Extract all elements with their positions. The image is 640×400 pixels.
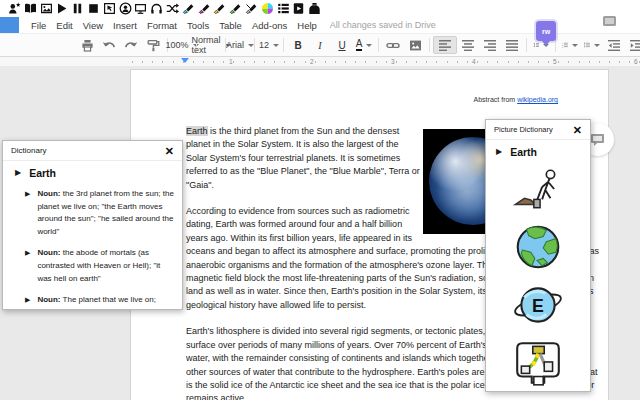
definition-pos: Noun: [37, 248, 60, 257]
align-left-button[interactable] [433, 36, 457, 54]
vocabulary-list-icon[interactable] [277, 2, 290, 15]
align-right-button[interactable] [479, 36, 501, 54]
screenshot-reader-icon[interactable] [119, 2, 132, 15]
screen-mask-icon[interactable] [134, 2, 147, 15]
decrease-indent-button[interactable] [603, 36, 625, 54]
dictionary-panel-header[interactable]: Dictionary ✕ [3, 141, 182, 161]
ruler-number: 6 [634, 58, 638, 65]
clear-highlights-icon[interactable] [245, 2, 258, 15]
pause-icon[interactable] [71, 2, 84, 15]
document-canvas: Abstract from wikipedia.org Earth is the… [0, 66, 640, 400]
comment-icon [590, 133, 605, 146]
numbered-list-button[interactable]: 123 [559, 36, 581, 54]
picture-dictionary-title: Picture Dictionary [494, 125, 553, 134]
comment-indicator-icon[interactable] [603, 16, 616, 26]
definition-pos: Noun: [37, 295, 60, 304]
definition-text: The planet that we live on; [61, 295, 156, 304]
svg-text:E: E [532, 296, 544, 316]
font-select[interactable]: Arial [229, 36, 251, 54]
collect-highlights-icon[interactable] [261, 2, 274, 15]
ruler-number: 3 [391, 58, 395, 65]
menu-file[interactable]: File [26, 20, 51, 31]
speak-word-icon[interactable]: ▶ [496, 148, 502, 156]
ruler-number: 2 [310, 58, 314, 65]
earth-photo-globe [429, 137, 492, 225]
bold-button[interactable]: B [287, 36, 309, 54]
insert-link-button[interactable] [382, 36, 404, 54]
picture-dictionary-header[interactable]: Picture Dictionary ✕ [486, 120, 590, 140]
person-digging-earth-icon[interactable] [512, 163, 564, 215]
bulleted-list-button[interactable] [581, 36, 603, 54]
docs-home-tab[interactable] [0, 17, 19, 33]
speak-definition-icon[interactable]: ▶ [25, 296, 30, 307]
definition-item: ▶ Noun: the abode of mortals (as contras… [25, 247, 174, 285]
paint-format-button[interactable] [142, 36, 164, 54]
underline-button[interactable]: U [331, 36, 353, 54]
dictionary-word: Earth [29, 167, 56, 179]
earth-globe-icon[interactable] [512, 221, 564, 273]
simplify-icon[interactable] [292, 2, 305, 15]
menu-help[interactable]: Help [292, 20, 322, 31]
picture-list: E [486, 163, 590, 389]
play-icon[interactable] [55, 2, 68, 15]
stop-icon[interactable] [87, 2, 100, 15]
paragraph-1-text: is the third planet from the Sun and the… [186, 126, 420, 190]
menu-insert[interactable]: Insert [108, 20, 142, 31]
speak-definition-icon[interactable]: ▶ [25, 249, 30, 285]
dictionary-panel-title: Dictionary [11, 146, 47, 155]
save-status[interactable]: All changes saved in Drive [330, 20, 436, 30]
menu-edit[interactable]: Edit [51, 20, 77, 31]
earth-photo[interactable] [423, 129, 492, 234]
translator-icon[interactable] [166, 2, 179, 15]
indent-marker[interactable] [181, 58, 189, 63]
readwrite-extension-icon[interactable]: rw [536, 21, 556, 41]
highlight-yellow-icon[interactable] [213, 2, 226, 15]
close-icon[interactable]: ✕ [165, 146, 174, 156]
speak-word-icon[interactable]: ▶ [15, 169, 21, 177]
definition-item: ▶ Noun: The planet that we live on; [25, 294, 174, 307]
dictionary-panel: Dictionary ✕ ▶ Earth ▶ Noun: the 3rd pla… [2, 140, 183, 310]
italic-button[interactable]: I [309, 36, 331, 54]
voice-note-icon[interactable] [308, 2, 321, 15]
align-center-button[interactable] [457, 36, 479, 54]
dictionary-icon[interactable] [24, 2, 37, 15]
menu-format[interactable]: Format [142, 20, 182, 31]
svg-text:3: 3 [562, 46, 563, 48]
dictionary-word-row: ▶ Earth [3, 161, 182, 179]
picture-dictionary-icon[interactable] [40, 2, 53, 15]
menu-view[interactable]: View [78, 20, 108, 31]
ruler-number: 5 [553, 58, 557, 65]
highlight-cyan-icon[interactable] [182, 2, 195, 15]
close-icon[interactable]: ✕ [573, 125, 582, 135]
font-size-select[interactable]: 12 [258, 36, 280, 54]
justify-button[interactable] [501, 36, 523, 54]
redo-button[interactable] [120, 36, 142, 54]
highlight-magenta-icon[interactable] [198, 2, 211, 15]
audio-maker-icon[interactable] [150, 2, 163, 15]
definition-pos: Noun: [37, 189, 60, 198]
highlight-green-icon[interactable] [229, 2, 242, 15]
speak-definition-icon[interactable]: ▶ [25, 190, 30, 238]
undo-button[interactable] [98, 36, 120, 54]
print-button[interactable] [76, 36, 98, 54]
prediction-icon[interactable] [8, 2, 21, 15]
wikipedia-link[interactable]: wikipedia.org [517, 96, 558, 103]
abstract-line: Abstract from wikipedia.org [474, 96, 558, 103]
ruler-number: 1 [229, 58, 233, 65]
hover-speech-icon[interactable] [103, 2, 116, 15]
picture-dictionary-panel: Picture Dictionary ✕ ▶ Earth E [485, 119, 591, 392]
abstract-text: Abstract from [474, 96, 518, 103]
highlighted-word[interactable]: Earth [186, 126, 208, 136]
menu-bar: File Edit View Insert Format Tools Table… [0, 17, 640, 34]
menu-tools[interactable]: Tools [182, 20, 214, 31]
menu-table[interactable]: Table [214, 20, 247, 31]
ruler-number: 4 [472, 58, 476, 65]
insert-image-button[interactable] [404, 36, 426, 54]
menu-addons[interactable]: Add-ons [247, 20, 292, 31]
electrical-earth-plug-icon[interactable] [512, 337, 564, 389]
paragraph-style-select[interactable]: Normal text [200, 36, 222, 54]
zoom-select[interactable]: 100% [171, 36, 193, 54]
text-color-button[interactable]: A [353, 36, 375, 54]
planet-earth-symbol-icon[interactable]: E [512, 279, 564, 331]
increase-indent-button[interactable] [625, 36, 640, 54]
